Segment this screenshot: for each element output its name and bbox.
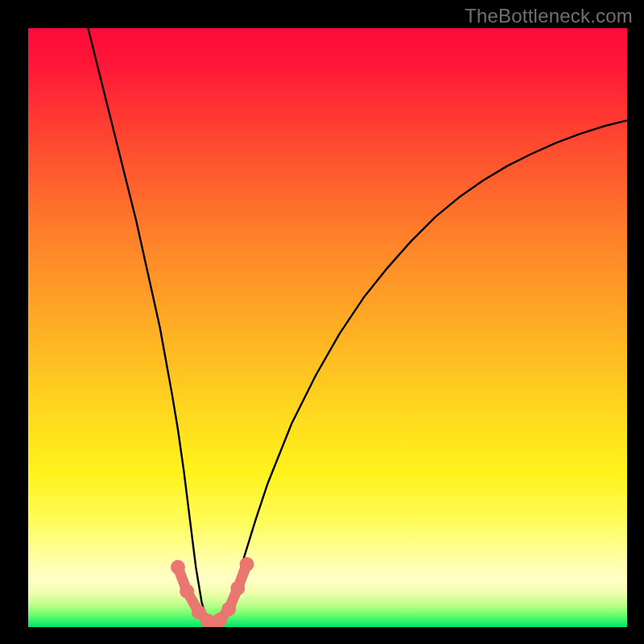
notch-marker-dot <box>230 581 245 596</box>
notch-marker-dot <box>221 602 236 617</box>
notch-markers <box>171 557 254 627</box>
bottleneck-curve-path <box>88 28 627 624</box>
chart-frame: TheBottleneck.com <box>0 0 644 644</box>
plot-area <box>28 28 627 627</box>
notch-marker-dot <box>240 557 254 572</box>
curve-layer <box>28 28 627 627</box>
notch-marker-dot <box>171 560 185 575</box>
bottleneck-curve <box>88 28 627 624</box>
watermark-text: TheBottleneck.com <box>464 5 633 27</box>
notch-marker-dot <box>180 584 194 598</box>
